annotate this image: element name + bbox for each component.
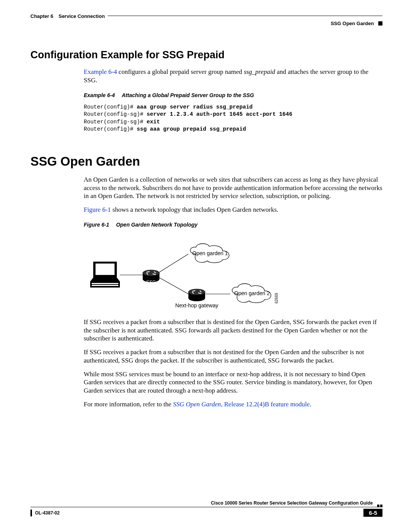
svg-marker-7 [90, 278, 120, 281]
sec2-para4: If SSG receives a packet from a subscrib… [84, 348, 382, 365]
ssg-open-garden-doc-link[interactable]: SSG Open Garden, Release 12.2(4)B featur… [173, 401, 310, 408]
example-caption: Example 6-4Attaching a Global Prepaid Se… [84, 92, 382, 98]
main-heading-ssg-open-garden: SSG Open Garden [30, 154, 382, 169]
page-footer: Cisco 10000 Series Router Service Select… [30, 500, 382, 517]
footer-doc-title: Cisco 10000 Series Router Service Select… [30, 500, 382, 507]
svg-line-2 [158, 277, 188, 294]
example-6-4-link[interactable]: Example 6-4 [84, 68, 117, 75]
section-heading-config-example: Configuration Example for SSG Prepaid [30, 49, 382, 61]
sec1-paragraph: Example 6-4 configures a global prepaid … [84, 68, 382, 85]
svg-point-13 [143, 270, 159, 276]
svg-rect-9 [92, 283, 118, 284]
svg-rect-6 [96, 264, 115, 275]
header-chapter-title: Service Connection [59, 13, 105, 19]
open-garden-topology-figure: SSG Open garden 1 Next-hop gateway [84, 233, 382, 311]
sec2-para2: Figure 6-1 shows a network topology that… [84, 206, 382, 214]
header-chapter: Chapter 6 [30, 13, 53, 19]
svg-text:Open garden 1: Open garden 1 [192, 250, 228, 256]
figure-id: 62669 [274, 293, 279, 304]
ssg-router-icon: SSG [143, 270, 159, 285]
svg-text:SSG: SSG [146, 280, 156, 285]
header-chapter-line: Chapter 6 Service Connection [30, 13, 382, 19]
sec2-para5: While most SSG services must be bound to… [84, 370, 382, 395]
svg-line-1 [158, 254, 188, 273]
svg-text:Open garden 2: Open garden 2 [234, 290, 270, 296]
header-section: SSG Open Garden [30, 21, 382, 26]
svg-rect-10 [92, 285, 118, 286]
nexthop-label: Next-hop gateway [175, 302, 218, 308]
page-number: 6-5 [363, 509, 382, 517]
figure-6-1-link[interactable]: Figure 6-1 [84, 206, 111, 213]
nexthop-router-icon [188, 289, 205, 301]
running-header: Chapter 6 Service Connection SSG Open Ga… [30, 13, 382, 26]
open-garden-1-cloud: Open garden 1 [190, 243, 229, 262]
pc-icon [90, 262, 120, 288]
sec2-para1: An Open Garden is a collection of networ… [84, 176, 382, 200]
svg-point-18 [188, 289, 205, 295]
open-garden-2-cloud: Open garden 2 [232, 283, 271, 302]
ssg-prepaid-name: ssg_prepaid [244, 68, 276, 75]
figure-caption: Figure 6-1Open Garden Network Topology [84, 222, 382, 228]
code-block: Router(config)# aaa group server radius … [84, 104, 382, 133]
sec2-para3: If SSG receives a packet from a subscrib… [84, 318, 382, 343]
footer-doc-id: OL-4387-02 [30, 510, 60, 516]
sec2-para6: For more information, refer to the SSG O… [84, 400, 382, 409]
svg-rect-8 [90, 281, 120, 288]
